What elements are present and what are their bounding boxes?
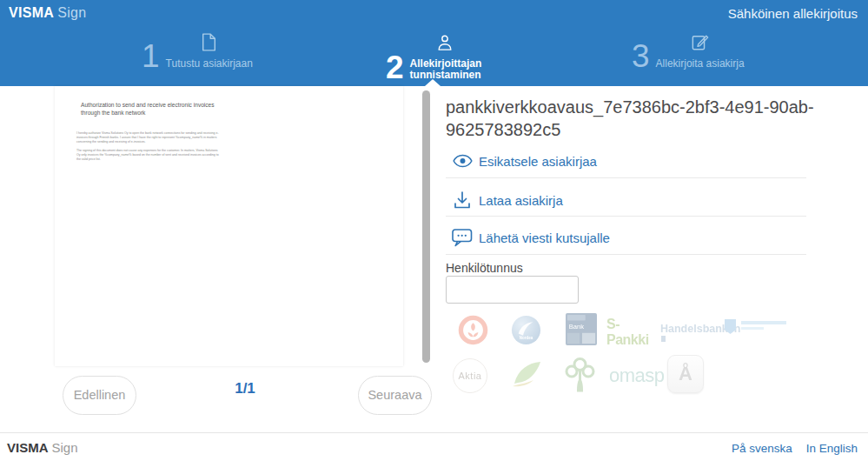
alandsbanken-wordmark xyxy=(741,318,786,330)
bank-logo-s-pankki[interactable]: S-Pankki xyxy=(606,317,655,348)
bank-logo-op[interactable] xyxy=(458,315,488,349)
visma-sign-app: VISMASign Sähköinen allekirjoitus 1 Tutu… xyxy=(0,0,868,461)
action-label: Esikatsele asiakirjaa xyxy=(479,154,597,169)
bank-logo-nordea[interactable]: Nordea xyxy=(511,315,541,349)
eye-icon xyxy=(446,154,479,168)
person-icon xyxy=(436,33,454,55)
preview-document-link[interactable]: Esikatsele asiakirjaa xyxy=(446,142,806,180)
document-pen-icon xyxy=(692,33,709,55)
step-label: Allekirjoittajan tunnistaminen xyxy=(410,58,488,81)
language-link-svenska[interactable]: På svenska xyxy=(732,442,792,455)
handelsbanken-shield xyxy=(661,336,666,342)
language-links: På svenska In English xyxy=(732,442,858,455)
document-scrollbar[interactable] xyxy=(422,90,430,363)
product-text: Sign xyxy=(57,5,86,20)
step-2-allekirjoittajan-tunnistaminen: 2 Allekirjoittajan tunnistaminen xyxy=(386,33,488,81)
active-step-pointer xyxy=(425,79,441,86)
footer-visma-sign-logo: VISMASign xyxy=(7,440,78,455)
action-label: Lähetä viesti kutsujalle xyxy=(479,230,610,245)
step-number: 2 xyxy=(386,55,404,81)
step-label: Tutustu asiakirjaan xyxy=(166,58,253,70)
bank-logo-aktia[interactable]: Aktia xyxy=(453,358,487,393)
svg-text:Nordea: Nordea xyxy=(520,336,533,340)
divider xyxy=(446,254,806,255)
action-label: Lataa asiakirja xyxy=(479,193,563,208)
footer: VISMASign På svenska In English xyxy=(0,432,868,461)
document-paragraph: The signing of this document does not ca… xyxy=(76,149,222,162)
document-heading: Authorization to send and receive electr… xyxy=(81,102,230,117)
step-number: 1 xyxy=(142,43,160,70)
visma-sign-logo: VISMASign xyxy=(9,5,86,21)
next-page-button[interactable]: Seuraava xyxy=(358,376,432,415)
personal-id-input[interactable] xyxy=(446,276,579,304)
step-number: 3 xyxy=(632,43,650,70)
bank-logo-saastopankki[interactable] xyxy=(565,357,595,396)
document-paragraph: I hereby authorize Visma Solutions Oy to… xyxy=(76,131,222,144)
step-1-tutustu-asiakirjaan: 1 Tutustu asiakirjaan xyxy=(142,33,253,70)
document-icon xyxy=(202,33,216,55)
step-3-allekirjoita-asiakirja: 3 Allekirjoita asiakirja xyxy=(632,33,745,70)
bank-logo-omasp[interactable]: omasp xyxy=(609,364,665,387)
document-title: pankkiverkkoavaus_7e7386bc-2bf3-4e91-90a… xyxy=(446,96,837,141)
message-icon xyxy=(446,229,479,247)
bank-logo-pop-pankki[interactable] xyxy=(511,359,542,393)
previous-page-button[interactable]: Edellinen xyxy=(63,376,136,415)
page-indicator: 1/1 xyxy=(219,380,271,398)
divider xyxy=(446,216,806,217)
send-message-link[interactable]: Lähetä viesti kutsujalle xyxy=(446,218,806,257)
header: VISMASign Sähköinen allekirjoitus 1 Tutu… xyxy=(0,0,868,86)
bank-logo-danske-bank[interactable]: Bank xyxy=(566,313,597,349)
document-body: I hereby authorize Visma Solutions Oy to… xyxy=(76,131,222,166)
svg-text:Bank: Bank xyxy=(569,323,584,331)
download-document-link[interactable]: Lataa asiakirja xyxy=(446,181,806,219)
download-icon xyxy=(446,191,479,210)
bank-logo-alandsbanken[interactable] xyxy=(724,318,786,335)
document-preview-page: Authorization to send and receive electr… xyxy=(55,86,403,366)
personal-id-label: Henkilötunnus xyxy=(446,261,523,275)
page-subtitle: Sähköinen allekirjoitus xyxy=(728,6,858,21)
bank-logo-alandsbanken-app[interactable]: Å xyxy=(667,355,704,393)
brand-text: VISMA xyxy=(9,5,54,20)
divider xyxy=(446,177,806,178)
step-label: Allekirjoita asiakirja xyxy=(656,58,745,70)
language-link-english[interactable]: In English xyxy=(806,442,858,455)
